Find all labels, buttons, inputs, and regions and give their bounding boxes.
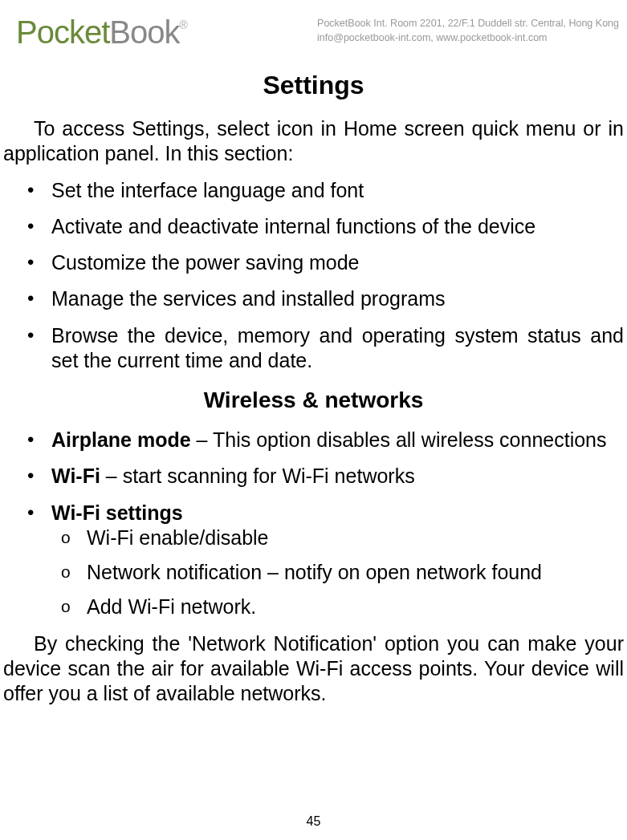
document-content: Settings To access Settings, select icon… <box>0 71 627 706</box>
item-rest: – This option disables all wireless conn… <box>191 428 607 451</box>
list-item: Activate and deactivate internal functio… <box>51 214 624 239</box>
logo: PocketBook® <box>16 14 187 51</box>
logo-book: Book <box>109 14 179 50</box>
list-item: Wi-Fi settings Wi-Fi enable/disable Netw… <box>51 501 624 620</box>
wireless-bullet-list: Airplane mode – This option disables all… <box>3 428 624 620</box>
item-rest: – start scanning for Wi-Fi networks <box>100 465 415 487</box>
logo-text: PocketBook® <box>16 14 187 51</box>
item-bold: Wi-Fi settings <box>51 501 183 524</box>
list-item: Browse the device, memory and operating … <box>51 323 624 374</box>
page-number: 45 <box>0 814 627 829</box>
document-header: PocketBook® PocketBook Int. Room 2201, 2… <box>0 0 627 51</box>
sublist-item: Network notification – notify on open ne… <box>87 560 624 585</box>
intro-paragraph: To access Settings, select icon in Home … <box>3 116 624 167</box>
sublist-item: Add Wi-Fi network. <box>87 594 624 619</box>
section-subtitle: Wireless & networks <box>3 388 624 413</box>
settings-bullet-list: Set the interface language and font Acti… <box>3 178 624 374</box>
logo-registered-icon: ® <box>179 18 186 31</box>
logo-pocket: Pocket <box>16 14 109 50</box>
wifi-sublist: Wi-Fi enable/disable Network notificatio… <box>51 526 624 620</box>
header-contact-info: PocketBook Int. Room 2201, 22/F.1 Duddel… <box>317 14 619 45</box>
item-bold: Airplane mode <box>51 428 191 451</box>
address-line-1: PocketBook Int. Room 2201, 22/F.1 Duddel… <box>317 17 619 31</box>
address-line-2: info@pocketbook-int.com, www.pocketbook-… <box>317 31 619 46</box>
list-item: Set the interface language and font <box>51 178 624 203</box>
closing-paragraph: By checking the 'Network Notification' o… <box>3 631 624 707</box>
list-item: Airplane mode – This option disables all… <box>51 428 624 452</box>
item-bold: Wi-Fi <box>51 465 100 487</box>
sublist-item: Wi-Fi enable/disable <box>87 526 624 550</box>
list-item: Manage the services and installed progra… <box>51 286 624 311</box>
page-title: Settings <box>3 71 624 100</box>
list-item: Wi-Fi – start scanning for Wi-Fi network… <box>51 464 624 489</box>
list-item: Customize the power saving mode <box>51 250 624 275</box>
